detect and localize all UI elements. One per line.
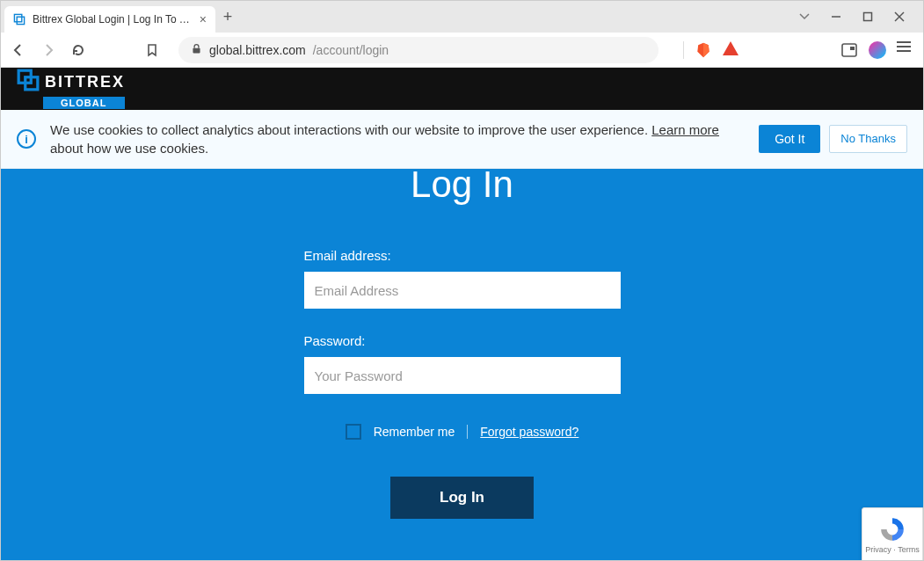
info-icon: i xyxy=(17,129,36,149)
cookie-text: We use cookies to collect analytics abou… xyxy=(50,120,745,157)
nav-back-button[interactable] xyxy=(10,43,27,57)
svg-rect-6 xyxy=(193,47,200,53)
logo-mark-icon xyxy=(17,69,40,95)
email-label: Email address: xyxy=(304,248,621,263)
svg-rect-1 xyxy=(17,17,24,24)
browser-chrome: Bittrex Global Login | Log In To Your Ac… xyxy=(1,1,923,68)
login-button[interactable]: Log In xyxy=(390,477,534,519)
nav-reload-button[interactable] xyxy=(69,43,87,57)
window-close-icon[interactable] xyxy=(893,11,906,23)
forgot-password-link[interactable]: Forgot password? xyxy=(480,425,578,439)
remember-checkbox[interactable] xyxy=(346,424,361,440)
recaptcha-badge[interactable]: Privacy · Terms xyxy=(862,507,923,561)
brave-shields-icon[interactable] xyxy=(695,41,712,59)
page-title: Log In xyxy=(411,169,513,206)
recaptcha-icon xyxy=(878,515,906,543)
logo-badge: GLOBAL xyxy=(43,97,125,109)
browser-tab[interactable]: Bittrex Global Login | Log In To Your Ac… xyxy=(4,6,215,33)
cookie-decline-button[interactable]: No Thanks xyxy=(829,125,907,153)
toolbar-separator xyxy=(683,41,684,59)
url-path: /account/login xyxy=(313,43,389,57)
window-minimize-icon[interactable] xyxy=(830,11,842,23)
svg-rect-0 xyxy=(14,14,21,21)
url-host: global.bittrex.com xyxy=(209,43,306,57)
remember-label: Remember me xyxy=(374,425,455,439)
separator xyxy=(467,425,468,439)
cookie-banner: i We use cookies to collect analytics ab… xyxy=(1,110,923,169)
menu-icon[interactable] xyxy=(897,41,914,59)
tab-favicon-icon xyxy=(13,13,25,26)
password-input[interactable] xyxy=(304,357,621,394)
password-label: Password: xyxy=(304,333,621,348)
brave-rewards-icon[interactable] xyxy=(723,41,740,59)
cookie-accept-button[interactable]: Got It xyxy=(759,125,820,153)
new-tab-button[interactable]: + xyxy=(215,8,240,26)
nav-forward-button[interactable] xyxy=(40,43,57,57)
window-maximize-icon[interactable] xyxy=(862,11,874,23)
site-header: BITTREX GLOBAL xyxy=(1,68,923,110)
reader-mode-icon[interactable] xyxy=(840,41,858,59)
lock-icon xyxy=(191,43,202,57)
logo-text: BITTREX xyxy=(45,73,125,91)
login-panel: Log In Email address: Password: Remember… xyxy=(1,169,923,561)
svg-rect-3 xyxy=(864,13,872,21)
tab-title: Bittrex Global Login | Log In To Your Ac… xyxy=(33,13,193,26)
tab-close-icon[interactable]: × xyxy=(200,12,207,26)
profile-icon[interactable] xyxy=(869,41,886,59)
site-logo[interactable]: BITTREX GLOBAL xyxy=(17,69,125,109)
svg-rect-8 xyxy=(850,47,855,50)
address-bar[interactable]: global.bittrex.com/account/login xyxy=(178,37,658,63)
recaptcha-footer: Privacy · Terms xyxy=(865,545,919,554)
email-input[interactable] xyxy=(304,272,621,309)
cookie-learn-more-link[interactable]: Learn more xyxy=(651,122,719,137)
bookmark-icon[interactable] xyxy=(143,43,161,57)
window-dropdown-icon[interactable] xyxy=(798,11,811,23)
